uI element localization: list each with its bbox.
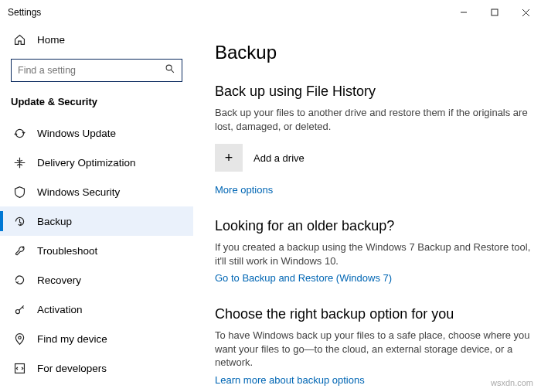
section-description: Back up your files to another drive and … xyxy=(215,106,533,133)
backup-restore-win7-link[interactable]: Go to Backup and Restore (Windows 7) xyxy=(215,272,392,284)
maximize-button[interactable] xyxy=(479,0,510,25)
content-area: Backup Back up using File History Back u… xyxy=(193,25,541,392)
sidebar-item-for-developers[interactable]: For developers xyxy=(0,353,193,383)
shield-icon xyxy=(12,185,26,199)
watermark: wsxdn.com xyxy=(491,378,533,387)
sync-icon xyxy=(12,126,26,140)
svg-rect-1 xyxy=(492,9,498,15)
window-controls xyxy=(448,0,541,25)
close-icon xyxy=(522,9,530,17)
key-icon xyxy=(12,302,26,316)
titlebar: Settings xyxy=(0,0,541,25)
sidebar-item-label: Backup xyxy=(37,216,72,227)
maximize-icon xyxy=(491,9,498,16)
sidebar: Home Update & Security Windows Update De… xyxy=(0,25,193,392)
nav-list: Windows Update Delivery Optimization Win… xyxy=(0,118,193,383)
sidebar-item-label: Activation xyxy=(37,304,83,315)
sidebar-item-label: Find my device xyxy=(37,333,107,345)
sidebar-item-recovery[interactable]: Recovery xyxy=(0,265,193,295)
sidebar-item-troubleshoot[interactable]: Troubleshoot xyxy=(0,236,193,265)
sidebar-item-delivery-optimization[interactable]: Delivery Optimization xyxy=(0,148,193,177)
sidebar-item-windows-security[interactable]: Windows Security xyxy=(0,177,193,206)
plus-icon: + xyxy=(215,144,243,172)
minimize-button[interactable] xyxy=(448,0,479,25)
add-drive-label: Add a drive xyxy=(253,152,305,164)
sidebar-item-label: Windows Security xyxy=(37,186,120,198)
section-heading: Back up using File History xyxy=(215,84,533,100)
sidebar-item-label: Delivery Optimization xyxy=(37,157,136,169)
section-heading: Looking for an older backup? xyxy=(215,218,533,234)
section-description: If you created a backup using the Window… xyxy=(215,240,533,268)
search-input-wrap[interactable] xyxy=(11,59,182,82)
section-older-backup: Looking for an older backup? If you crea… xyxy=(215,218,533,285)
svg-line-5 xyxy=(171,70,174,73)
sidebar-item-windows-update[interactable]: Windows Update xyxy=(0,118,193,148)
home-label: Home xyxy=(37,34,65,46)
svg-point-7 xyxy=(18,336,20,339)
add-drive-button[interactable]: + Add a drive xyxy=(215,144,533,172)
sidebar-item-label: For developers xyxy=(37,363,107,374)
search-input[interactable] xyxy=(18,65,165,76)
sidebar-item-label: Recovery xyxy=(37,274,81,286)
search-icon xyxy=(165,63,175,77)
sidebar-item-find-my-device[interactable]: Find my device xyxy=(0,324,193,353)
minimize-icon xyxy=(460,9,468,16)
sidebar-item-backup[interactable]: Backup xyxy=(0,206,193,236)
section-description: To have Windows back up your files to a … xyxy=(215,329,533,370)
main-layout: Home Update & Security Windows Update De… xyxy=(0,25,541,392)
search-container xyxy=(0,54,193,91)
close-button[interactable] xyxy=(510,0,541,25)
section-choose-option: Choose the right backup option for you T… xyxy=(215,306,533,387)
sidebar-item-activation[interactable]: Activation xyxy=(0,295,193,324)
svg-point-4 xyxy=(166,65,172,70)
sidebar-item-label: Windows Update xyxy=(37,128,116,139)
delivery-icon xyxy=(12,155,26,169)
wrench-icon xyxy=(12,244,26,257)
section-title: Update & Security xyxy=(0,91,193,118)
learn-more-backup-link[interactable]: Learn more about backup options xyxy=(215,374,365,386)
sidebar-item-label: Troubleshoot xyxy=(37,245,97,257)
page-title: Backup xyxy=(215,42,533,63)
recovery-icon xyxy=(12,273,26,287)
window-title: Settings xyxy=(8,7,448,18)
home-icon xyxy=(12,32,26,46)
location-icon xyxy=(12,332,26,346)
developer-icon xyxy=(12,361,26,375)
section-file-history: Back up using File History Back up your … xyxy=(215,84,533,196)
more-options-link[interactable]: More options xyxy=(215,184,273,196)
home-link[interactable]: Home xyxy=(0,25,193,54)
section-heading: Choose the right backup option for you xyxy=(215,306,533,322)
backup-icon xyxy=(12,214,26,228)
